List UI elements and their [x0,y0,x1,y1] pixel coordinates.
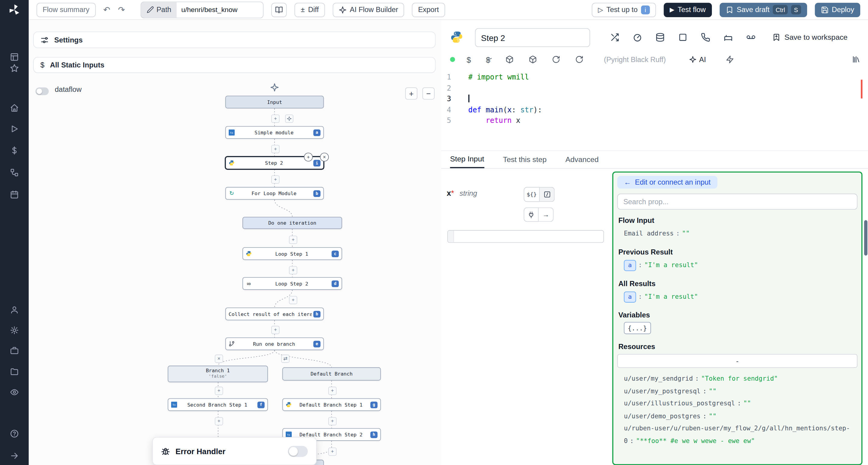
refresh-icon[interactable] [552,56,560,66]
users-person-icon[interactable] [10,305,19,314]
audit-eye-icon[interactable] [10,388,19,397]
package-icon[interactable] [528,56,537,66]
remove-branch-icon[interactable]: × [215,355,223,363]
resource-row[interactable]: u/ruben-user/u/ruben-user/my_flow_2/g/al… [617,422,858,447]
refresh-icon[interactable] [575,56,584,66]
insert-step-connector[interactable]: + [271,175,280,184]
runs-play-icon[interactable] [10,124,19,133]
insert-step-connector[interactable]: + [215,417,223,426]
tab-advanced[interactable]: Advanced [565,151,598,168]
tab-step-input[interactable]: Step Input [450,151,484,168]
insert-step-connector[interactable]: + [215,387,223,395]
resource-row[interactable]: u/user/demo_postgres:"" [617,409,858,422]
path-button[interactable]: Path [141,2,177,17]
plug-icon[interactable] [524,207,539,222]
deploy-button[interactable]: Deploy [815,2,860,17]
flow-node-default-branch-step-1[interactable]: Default Branch Step 1 g [282,398,381,411]
variables-dollar-icon[interactable] [10,146,19,155]
flow-node-for-loop[interactable]: ↻ For Loop Module b [225,187,324,200]
insert-step-connector[interactable]: + [271,326,280,334]
insert-step-connector[interactable]: + [289,235,298,244]
flow-node-input[interactable]: Input [225,96,324,108]
expand-sidebar-icon[interactable] [10,452,19,460]
gauge-icon[interactable] [632,33,642,42]
remove-step-button[interactable]: × [320,153,329,161]
code-line[interactable]: 2 [441,83,868,94]
scrollbar-thumb[interactable] [864,220,867,256]
resource-row[interactable]: u/user/my_postgresql:"" [617,385,858,397]
flow-node-loop-step-1[interactable]: Loop Step 1 c [242,247,342,260]
code-line[interactable]: 5 return x [441,115,868,126]
input-handle[interactable] [448,231,454,242]
bed-icon[interactable] [724,33,733,42]
resources-flow-icon[interactable] [10,168,19,177]
ai-wand-icon[interactable] [270,83,279,92]
resources-filter-select[interactable]: - [617,354,858,368]
code-line[interactable]: 1# import wmill [441,72,868,83]
flow-summary-button[interactable]: Flow summary [36,2,96,17]
edit-connect-input-button[interactable]: ← Edit or connect an input [617,176,717,189]
ai-insert-sparkle-icon[interactable] [285,114,293,123]
code-line[interactable]: 3 [441,94,868,104]
error-handler-card[interactable]: Error Handler [152,437,317,465]
schedules-calendar-icon[interactable] [10,190,19,199]
save-to-workspace-button[interactable]: Save to workspace [772,33,847,41]
flow-node-second-branch-step-1[interactable]: ts Second Branch Step 1 f [168,398,268,411]
help-icon[interactable] [10,429,19,438]
prop-row[interactable]: Email address:"" [617,227,858,239]
windmill-logo-icon[interactable] [8,3,21,16]
flow-node-default-branch[interactable]: Default Branch [282,367,381,381]
docs-book-button[interactable] [272,2,287,17]
grid-icon[interactable] [10,53,19,61]
ai-flow-builder-button[interactable]: AI Flow Builder [333,2,404,17]
diff-button[interactable]: ± Diff [295,2,325,17]
insert-step-connector[interactable]: + [271,114,280,123]
error-handler-toggle[interactable] [288,445,308,457]
step-id-badge[interactable]: a [624,291,636,302]
flow-node-loop-step-2[interactable]: ∞ Loop Step 2 d [242,277,342,290]
home-icon[interactable] [10,103,19,112]
arrow-right-icon[interactable]: → [538,207,554,222]
insert-step-connector[interactable]: + [328,387,337,395]
tab-test-this-step[interactable]: Test this step [503,151,547,168]
path-input[interactable] [177,2,264,17]
star-icon[interactable] [10,64,19,72]
insert-step-connector[interactable]: + [289,266,298,274]
flow-node-simple-module[interactable]: ts Simple module a [225,126,324,139]
prop-row[interactable]: a:"I'm a result" [617,259,858,271]
undo-icon[interactable]: ↶ [103,5,110,15]
step-name-input[interactable] [475,28,590,47]
resource-row[interactable]: u/user/my_sendgrid:"Token for sendgrid" [617,372,858,385]
ai-button[interactable]: AI [689,56,706,64]
lightning-icon[interactable] [726,56,734,66]
flow-node-run-one-branch[interactable]: Run one branch e [225,337,324,350]
search-prop-input[interactable] [617,194,858,210]
square-icon[interactable] [678,33,687,42]
resource-row[interactable]: u/user/illustrious_postgresql:"" [617,397,858,409]
code-line[interactable]: 4def main(x: str): [441,104,868,115]
flow-node-branch-1[interactable]: Branch 1 'false' [168,366,268,382]
folders-icon[interactable] [10,367,19,376]
test-flow-button[interactable]: ▶ Test flow [664,2,712,17]
insert-step-connector[interactable]: + [289,296,298,304]
prop-row[interactable]: a:"I'm a result" [617,290,858,302]
redo-icon[interactable]: ↷ [118,5,125,15]
step-id-badge[interactable]: a [624,260,636,271]
code-editor[interactable]: 1# import wmill234def main(x: str):5 ret… [441,72,868,151]
code-assistants-label[interactable]: (Pyright Black Ruff) [604,56,666,64]
package-icon[interactable] [505,56,514,66]
library-panel-icon[interactable] [852,56,861,66]
test-up-to-button[interactable]: ▷ Test up to i [592,2,656,17]
dollar-slash-icon[interactable]: $ [486,56,490,66]
variables-object-badge[interactable]: {...} [624,322,651,334]
insert-step-connector[interactable]: + [328,417,337,426]
save-draft-button[interactable]: Save draft Ctrl S [719,2,807,17]
insert-step-connector[interactable]: + [271,145,280,153]
database-icon[interactable] [655,33,665,42]
flow-node-collect-result[interactable]: Collect result of each iteration b [225,307,324,320]
dollar-icon[interactable]: $ [467,56,471,66]
flow-node-do-one-iteration[interactable]: Do one iteration [242,217,342,229]
add-step-button[interactable]: + [304,153,313,161]
export-button[interactable]: Export [412,2,445,17]
add-branch-shuffle-icon[interactable]: ⇄ [281,355,290,363]
